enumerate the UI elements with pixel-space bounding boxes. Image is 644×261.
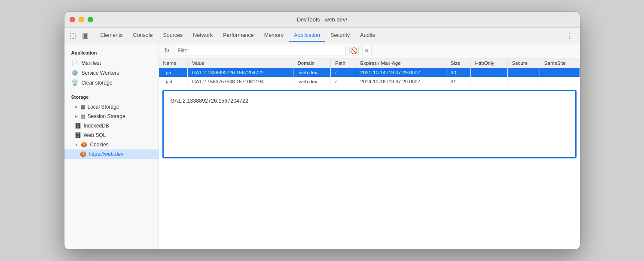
tab-bar: ⬚ ▣ Elements Console Sources Network Per… <box>64 28 580 43</box>
manifest-icon: 📄 <box>71 60 78 66</box>
sidebar-label-cookies: Cookies <box>90 142 108 148</box>
web-sql-icon: 🗄️ <box>75 132 81 138</box>
sidebar-label-service-workers: Service Workers <box>82 70 119 76</box>
clear-storage-icon: 🗑️ <box>71 79 78 86</box>
table-cell <box>507 68 540 77</box>
sidebar-item-web-sql[interactable]: 🗄️ Web SQL <box>64 130 159 140</box>
cookies-url-icon: 🍪 <box>80 151 86 157</box>
cookies-table: Name Value Domain Path Expires / Max-Age… <box>159 58 580 86</box>
table-cell: GA1.2.1338892726.1567204722 <box>187 68 293 77</box>
inspector-icon[interactable]: ▣ <box>80 30 90 40</box>
sidebar-section-application: Application <box>64 49 159 58</box>
table-cell: 30 <box>446 68 471 77</box>
table-cell: .web.dev <box>293 68 331 77</box>
sidebar-label-local-storage: Local Storage <box>88 104 119 110</box>
window-title: DevTools - web.dev/ <box>297 16 347 23</box>
tab-audits[interactable]: Audits <box>355 30 380 42</box>
tab-security[interactable]: Security <box>325 30 355 42</box>
tab-performance[interactable]: Performance <box>218 30 259 42</box>
sidebar-label-indexeddb: IndexedDB <box>84 123 109 129</box>
refresh-button[interactable]: ↻ <box>163 46 171 55</box>
minimize-button[interactable] <box>79 17 84 22</box>
table-scroll: Name Value Domain Path Expires / Max-Age… <box>159 58 580 86</box>
tab-console[interactable]: Console <box>128 30 158 42</box>
table-cell: _ga <box>159 68 188 77</box>
detail-value: GA1.2.1338892726.1567204722 <box>171 98 248 104</box>
table-cell: 2021-10-14T19:47:29.000Z <box>356 68 446 77</box>
table-row[interactable]: _gaGA1.2.1338892726.1567204722.web.dev/2… <box>159 68 580 77</box>
table-cell <box>540 68 580 77</box>
right-panel: ↻ 🚫 ✕ Name Value <box>159 43 580 249</box>
table-cell: / <box>331 68 356 77</box>
table-cell: 31 <box>446 77 471 86</box>
col-header-path[interactable]: Path <box>331 58 356 68</box>
sidebar-item-indexeddb[interactable]: 🗄️ IndexedDB <box>64 121 159 130</box>
close-button[interactable] <box>70 17 75 22</box>
sidebar-separator <box>64 88 159 93</box>
table-row[interactable]: _gidGA1.2.1583757548.1571081194.web.dev/… <box>159 77 580 86</box>
cookies-icon: 🍪 <box>81 142 87 148</box>
detail-panel: GA1.2.1338892726.1567204722 <box>162 90 577 158</box>
tab-bar-icons: ⬚ ▣ <box>68 30 90 40</box>
table-cell <box>470 68 507 77</box>
local-storage-icon: ▦ <box>80 104 85 110</box>
sidebar-section-storage: Storage <box>64 93 159 102</box>
close-filter-button[interactable]: ✕ <box>362 46 372 55</box>
service-workers-icon: ⚙️ <box>71 70 78 76</box>
sidebar-item-cookies-url[interactable]: 🍪 https://web.dev <box>64 149 159 159</box>
sidebar-item-local-storage[interactable]: ▶ ▦ Local Storage <box>64 102 159 112</box>
sidebar-label-web-sql: Web SQL <box>84 132 106 138</box>
table-cell <box>540 77 580 86</box>
tab-network[interactable]: Network <box>188 30 218 42</box>
col-header-value[interactable]: Value <box>187 58 293 68</box>
expand-arrow-local-storage: ▶ <box>75 105 78 109</box>
tab-sources[interactable]: Sources <box>158 30 188 42</box>
filter-input[interactable] <box>174 46 346 55</box>
clear-filter-button[interactable]: 🚫 <box>349 46 359 55</box>
col-header-name[interactable]: Name <box>159 58 188 68</box>
col-header-domain[interactable]: Domain <box>293 58 331 68</box>
table-cell: 2019-10-16T19:47:29.000Z <box>356 77 446 86</box>
sidebar-item-service-workers[interactable]: ⚙️ Service Workers <box>64 68 159 78</box>
sidebar-item-manifest[interactable]: 📄 Manifest <box>64 58 159 68</box>
sidebar-item-clear-storage[interactable]: 🗑️ Clear storage <box>64 78 159 88</box>
maximize-button[interactable] <box>88 17 93 22</box>
more-tabs-button[interactable]: ⋮ <box>562 31 577 40</box>
sidebar-label-session-storage: Session Storage <box>88 113 125 119</box>
sidebar: Application 📄 Manifest ⚙️ Service Worker… <box>64 43 159 249</box>
col-header-httponly[interactable]: HttpOnly <box>470 58 507 68</box>
expand-arrow-session-storage: ▶ <box>75 114 78 118</box>
cursor-icon[interactable]: ⬚ <box>68 30 78 40</box>
sidebar-label-cookies-url: https://web.dev <box>89 151 124 157</box>
table-cell <box>507 77 540 86</box>
traffic-lights <box>70 17 93 22</box>
sidebar-label-clear-storage: Clear storage <box>82 80 113 86</box>
filter-bar: ↻ 🚫 ✕ <box>159 43 580 58</box>
tab-memory[interactable]: Memory <box>259 30 289 42</box>
main-content: Application 📄 Manifest ⚙️ Service Worker… <box>64 43 580 249</box>
expand-arrow-cookies: ▼ <box>75 143 79 147</box>
sidebar-item-session-storage[interactable]: ▶ ▦ Session Storage <box>64 112 159 121</box>
col-header-secure[interactable]: Secure <box>507 58 540 68</box>
table-cell <box>470 77 507 86</box>
devtools-window: DevTools - web.dev/ ⬚ ▣ Elements Console… <box>64 12 580 249</box>
table-cell: GA1.2.1583757548.1571081194 <box>187 77 293 86</box>
session-storage-icon: ▦ <box>80 113 85 119</box>
block-icon: 🚫 <box>350 47 357 54</box>
table-cell: / <box>331 77 356 86</box>
col-header-samesite[interactable]: SameSite <box>540 58 580 68</box>
table-cell: .web.dev <box>293 77 331 86</box>
indexeddb-icon: 🗄️ <box>75 123 81 129</box>
sidebar-item-cookies[interactable]: ▼ 🍪 Cookies <box>64 140 159 149</box>
sidebar-label-manifest: Manifest <box>82 60 101 66</box>
table-cell: _gid <box>159 77 188 86</box>
tab-application[interactable]: Application <box>289 30 325 42</box>
col-header-expires[interactable]: Expires / Max-Age <box>356 58 446 68</box>
title-bar: DevTools - web.dev/ <box>64 12 580 28</box>
close-icon: ✕ <box>364 47 369 54</box>
col-header-size[interactable]: Size <box>446 58 471 68</box>
tab-elements[interactable]: Elements <box>95 30 128 42</box>
table-wrapper: Name Value Domain Path Expires / Max-Age… <box>159 58 580 249</box>
